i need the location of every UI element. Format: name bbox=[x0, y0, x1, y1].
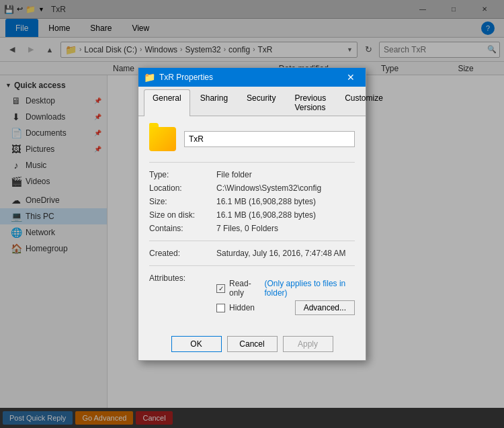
dialog-tabs: General Sharing Security Previous Versio… bbox=[138, 87, 366, 116]
created-value: Saturday, July 16, 2016, 7:47:48 AM bbox=[216, 249, 355, 258]
dialog-tab-customize[interactable]: Customize bbox=[336, 89, 392, 116]
size-label: Size: bbox=[149, 197, 216, 206]
dialog-overlay: 📁 TxR Properties ✕ General Sharing Secur… bbox=[0, 0, 504, 428]
size-value: 16.1 MB (16,908,288 bytes) bbox=[216, 197, 355, 206]
separator-3 bbox=[149, 265, 355, 266]
info-row-created: Created: Saturday, July 16, 2016, 7:47:4… bbox=[149, 247, 355, 260]
dialog-tab-general[interactable]: General bbox=[144, 89, 190, 116]
hidden-checkbox[interactable] bbox=[216, 304, 225, 312]
hidden-label: Hidden bbox=[229, 303, 255, 312]
size-on-disk-value: 16.1 MB (16,908,288 bytes) bbox=[216, 210, 355, 220]
dialog-close-button[interactable]: ✕ bbox=[341, 68, 360, 87]
info-row-location: Location: C:\Windows\System32\config bbox=[149, 181, 355, 195]
dialog-buttons: OK Cancel Apply bbox=[138, 331, 366, 360]
attributes-label: Attributes: bbox=[149, 273, 216, 283]
readonly-checkbox[interactable]: ✓ bbox=[216, 284, 225, 293]
folder-icon-large bbox=[149, 127, 176, 151]
properties-dialog: 📁 TxR Properties ✕ General Sharing Secur… bbox=[138, 67, 366, 361]
cancel-button[interactable]: Cancel bbox=[227, 336, 278, 352]
readonly-note: (Only applies to files in folder) bbox=[265, 279, 355, 298]
dialog-tab-previous-versions[interactable]: Previous Versions bbox=[286, 89, 335, 116]
type-label: Type: bbox=[149, 170, 216, 179]
folder-name-input[interactable] bbox=[184, 131, 355, 147]
dialog-tab-security[interactable]: Security bbox=[238, 89, 284, 116]
dialog-title: TxR Properties bbox=[159, 73, 337, 82]
location-label: Location: bbox=[149, 183, 216, 193]
advanced-button[interactable]: Advanced... bbox=[295, 300, 355, 315]
apply-button[interactable]: Apply bbox=[283, 336, 333, 352]
size-on-disk-label: Size on disk: bbox=[149, 210, 216, 220]
info-row-size: Size: 16.1 MB (16,908,288 bytes) bbox=[149, 195, 355, 208]
attr-row-hidden: Hidden Advanced... bbox=[216, 300, 355, 315]
folder-header bbox=[149, 127, 355, 151]
dialog-folder-icon: 📁 bbox=[144, 72, 155, 83]
info-row-contains: Contains: 7 Files, 0 Folders bbox=[149, 222, 355, 235]
info-row-attributes: Attributes: ✓ Read-only (Only applies to… bbox=[149, 271, 355, 320]
attr-row-readonly: ✓ Read-only (Only applies to files in fo… bbox=[216, 279, 355, 298]
info-row-type: Type: File folder bbox=[149, 168, 355, 181]
dialog-titlebar: 📁 TxR Properties ✕ bbox=[138, 68, 366, 87]
type-value: File folder bbox=[216, 170, 355, 179]
info-row-size-on-disk: Size on disk: 16.1 MB (16,908,288 bytes) bbox=[149, 208, 355, 222]
contains-label: Contains: bbox=[149, 224, 216, 233]
location-value: C:\Windows\System32\config bbox=[216, 183, 355, 193]
separator-2 bbox=[149, 241, 355, 241]
attributes-section: ✓ Read-only (Only applies to files in fo… bbox=[216, 279, 355, 318]
check-icon: ✓ bbox=[218, 285, 224, 292]
readonly-label: Read-only bbox=[229, 279, 261, 298]
ok-button[interactable]: OK bbox=[171, 336, 222, 352]
separator-1 bbox=[149, 162, 355, 163]
created-label: Created: bbox=[149, 249, 216, 258]
dialog-content: Type: File folder Location: C:\Windows\S… bbox=[138, 116, 366, 331]
dialog-tab-sharing[interactable]: Sharing bbox=[192, 89, 237, 116]
contains-value: 7 Files, 0 Folders bbox=[216, 224, 355, 233]
